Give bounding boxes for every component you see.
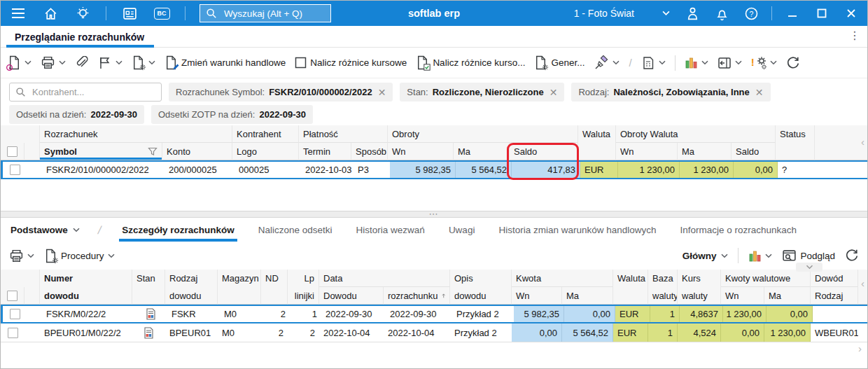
flag-button[interactable] <box>98 56 122 70</box>
nalicz-roznice-kursowe-2-button[interactable]: Nalicz różnice kurso... <box>416 55 525 70</box>
highlighter-button[interactable] <box>594 55 620 71</box>
scroll-right-icon[interactable]: › <box>858 342 862 354</box>
news-icon[interactable] <box>120 4 139 22</box>
detail-chart-button[interactable] <box>748 249 772 263</box>
column-header-rodzaj-2[interactable]: dowodu <box>165 287 218 305</box>
column-header-kw-wn[interactable]: Wn <box>721 287 764 305</box>
filter-chip-odsetki[interactable]: Odsetki na dzień: 2022-09-30 <box>9 105 144 124</box>
tab-naliczone-odsetki[interactable]: Naliczone odsetki <box>255 218 335 242</box>
print-button[interactable] <box>41 55 66 70</box>
column-header-dowod-rodzaj[interactable]: Rodzaj <box>811 287 858 305</box>
column-header-numer-2[interactable]: dowodu <box>40 287 132 305</box>
column-header-kurs[interactable]: Kurs <box>678 270 721 287</box>
collapse-left-icon[interactable]: ‹ <box>861 277 864 289</box>
tab-historia-wezwan[interactable]: Historia wezwań <box>354 218 428 242</box>
refresh-button[interactable] <box>786 56 800 70</box>
global-search-box[interactable] <box>200 4 331 22</box>
settings-warning-button[interactable]: ! <box>751 56 777 70</box>
column-header-lp[interactable]: Lp <box>288 270 319 287</box>
procedury-button[interactable]: Procedury <box>44 249 115 263</box>
close-icon[interactable]: ✕ <box>754 87 764 98</box>
document-info-button[interactable] <box>8 55 31 70</box>
home-icon[interactable] <box>41 4 59 22</box>
bell-icon[interactable] <box>713 4 731 22</box>
column-header-kwota-wn[interactable]: Wn <box>512 287 562 305</box>
minimize-icon[interactable] <box>783 4 802 22</box>
column-header-rodzaj[interactable]: Rodzaj <box>165 270 218 287</box>
close-icon[interactable] <box>842 4 860 22</box>
row-checkbox[interactable] <box>8 328 18 338</box>
column-header-opis-2[interactable]: dowodu <box>450 287 512 305</box>
kontrahent-search-input[interactable] <box>31 86 146 98</box>
group-header-rozrachunek[interactable]: Rozrachunek <box>40 125 232 143</box>
column-header-opis[interactable]: Opis <box>450 270 512 287</box>
column-header-status[interactable]: Status <box>776 125 815 143</box>
maximize-icon[interactable] <box>813 4 831 22</box>
column-header-nd[interactable]: ND <box>261 270 288 287</box>
detail-view-selector[interactable]: Podstawowe <box>10 225 80 235</box>
hamburger-menu-icon[interactable] <box>9 4 27 22</box>
kontrahent-search-box[interactable] <box>9 83 162 102</box>
column-header-logo[interactable]: Logo <box>232 143 299 160</box>
group-header-data[interactable]: Data <box>319 270 450 287</box>
filter-chip-rodzaj[interactable]: Rodzaj: Należności, Zobowiązania, Inne ✕ <box>571 83 770 102</box>
help-icon[interactable] <box>742 4 760 22</box>
column-header-waluta[interactable]: Waluta <box>613 270 648 287</box>
detail-refresh-button[interactable] <box>845 249 859 263</box>
row-checkbox[interactable] <box>10 165 20 175</box>
company-selector[interactable]: 1 - Foto Świat <box>574 1 670 26</box>
column-header-ow-wn[interactable]: Wn <box>616 143 678 160</box>
column-header-lp-2[interactable]: linijki <box>288 287 319 305</box>
idea-bulb-icon[interactable] <box>74 4 92 22</box>
column-header-ow-ma[interactable]: Ma <box>678 143 732 160</box>
zmien-warunki-handlowe-button[interactable]: Zmień warunki handlowe <box>164 55 286 70</box>
tab-uwagi[interactable]: Uwagi <box>446 218 478 242</box>
column-header-magazyn[interactable]: Magazyn <box>218 270 261 287</box>
select-all-checkbox[interactable] <box>7 146 18 157</box>
group-header-kwota[interactable]: Kwota <box>512 270 613 287</box>
drag-handle-icon[interactable]: ⋯ <box>429 212 440 216</box>
column-header-stan[interactable]: Stan <box>132 270 165 287</box>
column-header-konto[interactable]: Konto <box>162 143 232 160</box>
column-header-ma[interactable]: Ma <box>454 143 510 160</box>
column-header-baza-2[interactable]: waluty <box>648 287 678 305</box>
generuj-button[interactable]: Gener... <box>534 55 584 70</box>
group-header-obroty[interactable]: Obroty <box>388 125 578 143</box>
column-header-kw-ma[interactable]: Ma <box>764 287 811 305</box>
chart-button[interactable] <box>685 56 708 69</box>
filter-chip-rozrachunek[interactable]: Rozrachunek Symbol: FSKR2/010/000002/202… <box>169 83 393 102</box>
column-header-kwota-ma[interactable]: Ma <box>562 287 613 305</box>
side-panel-button[interactable] <box>718 57 742 69</box>
bc-module-icon[interactable]: BC <box>153 4 171 22</box>
column-header-baza[interactable]: Baza <box>648 270 678 287</box>
group-header-platnosc[interactable]: Płatność <box>299 125 388 143</box>
more-options-icon[interactable]: ⋮ <box>849 29 860 42</box>
group-header-dowod[interactable]: Dowód <box>811 270 858 287</box>
column-header-termin[interactable]: Termin <box>299 143 351 160</box>
nalicz-roznice-kursowe-button[interactable]: Nalicz różnice kursowe <box>295 57 407 69</box>
column-header-ow-saldo[interactable]: Saldo <box>732 143 776 160</box>
group-header-kontrahent[interactable]: Kontrahent <box>232 125 299 143</box>
group-header-kwoty-walutowe[interactable]: Kwoty walutowe <box>721 270 811 287</box>
column-header-wn[interactable]: Wn <box>388 143 454 160</box>
group-header-obroty-waluta[interactable]: Obroty Waluta <box>616 125 776 143</box>
close-icon[interactable]: ✕ <box>548 87 558 98</box>
collapse-left-icon[interactable]: ‹ <box>861 136 864 148</box>
panel-splitter[interactable]: ⋯ <box>1 211 867 218</box>
calculation-document-button[interactable] <box>641 56 666 70</box>
column-header-saldo[interactable]: Saldo <box>510 143 578 160</box>
column-header-numer[interactable]: Numer <box>40 270 132 287</box>
column-header-data-dowodu[interactable]: Dowodu <box>319 287 384 305</box>
document-settings-button[interactable] <box>132 55 155 70</box>
column-header-sposob[interactable]: Sposób <box>351 143 388 160</box>
column-header-data-rozrachunku[interactable]: rozrachunku <box>384 287 450 305</box>
row-checkbox[interactable] <box>10 309 20 319</box>
filter-icon[interactable] <box>148 147 158 156</box>
scroll-down-button[interactable] <box>796 263 822 272</box>
layout-selector[interactable]: Główny <box>682 251 729 261</box>
tab-informacje[interactable]: Informacje o rozrachunkach <box>678 218 800 242</box>
tab-szczegoly-rozrachunkow[interactable]: Szczegóły rozrachunków <box>119 218 237 242</box>
detail-print-button[interactable] <box>9 249 34 263</box>
user-icon[interactable] <box>683 4 701 22</box>
global-search-input[interactable] <box>223 8 321 20</box>
